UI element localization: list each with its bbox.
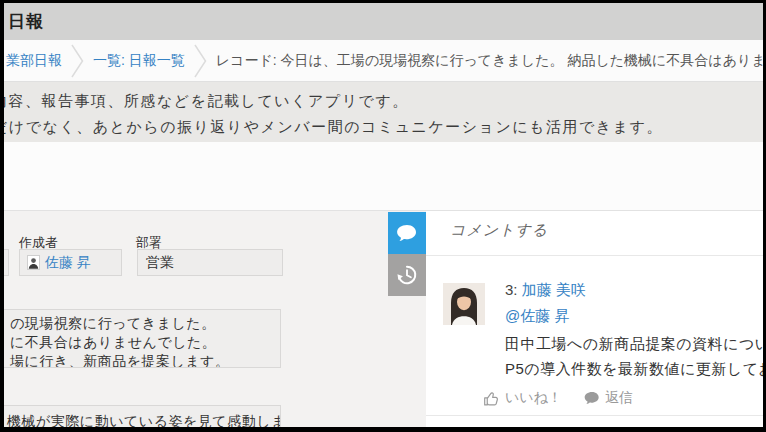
- breadcrumb-record-text: レコード: 今日は、工場の現場視察に行ってきました。 納品した機械に不具合はあり…: [216, 52, 763, 70]
- app-description-line1: 内容、報告事項、所感などを記載していくアプリです。: [4, 92, 409, 111]
- cutoff-field-box: [4, 249, 9, 276]
- user-silhouette-icon: [27, 255, 40, 270]
- report-line: の現場視察に行ってきました。: [4, 310, 280, 333]
- comment-author-link[interactable]: 加藤 美咲: [522, 281, 586, 298]
- app-title: 日報: [4, 10, 44, 33]
- reply-label: 返信: [605, 389, 633, 407]
- record-history-tab[interactable]: [388, 254, 426, 296]
- comment-mention-link[interactable]: @佐藤 昇: [505, 307, 569, 326]
- thumbs-up-icon: [483, 390, 500, 407]
- comment-body: 田中工場への新商品提案の資料について、 P5の導入件数を最新数値に更新しておいて…: [505, 331, 763, 381]
- history-clock-icon: [396, 264, 418, 286]
- app-description-line2: だけでなく、あとからの振り返りやメンバー間のコミュニケーションにも活用できます。: [4, 118, 663, 137]
- comment-author-avatar: [443, 283, 485, 325]
- like-label: いいね！: [505, 389, 562, 407]
- comment-divider: [426, 255, 763, 256]
- report-line: 場に行き、新商品を提案します。: [4, 352, 280, 368]
- comment-header: 3: 加藤 美咲: [505, 281, 586, 300]
- breadcrumb: 業部日報 一覧: 日報一覧 レコード: 今日は、工場の現場視察に行ってきました。…: [4, 40, 763, 82]
- reply-bubble-icon: [584, 391, 600, 405]
- creator-user-link[interactable]: 佐藤 昇: [45, 254, 91, 272]
- report-line: に不具合はありませんでした。: [4, 333, 280, 352]
- browser-viewport: 日報 業部日報 一覧: 日報一覧 レコード: 今日は、工場の現場視察に行ってきま…: [4, 3, 763, 427]
- creator-field-value: 佐藤 昇: [19, 249, 122, 276]
- chevron-right-icon: [71, 44, 84, 78]
- comment-panel: コメントする 3: 加藤 美咲 @佐藤 昇 田中工場への新商品提案の資料について…: [426, 211, 763, 427]
- speech-bubble-icon: [396, 224, 418, 242]
- like-button[interactable]: いいね！: [483, 389, 562, 407]
- comment-body-line: P5の導入件数を最新数値に更新しておいてください。: [505, 356, 763, 381]
- app-header: 日報: [4, 3, 763, 40]
- comment-divider: [426, 415, 763, 416]
- record-form: 作成者 佐藤 昇 部署 営業 の現場視察に行ってきました。 に不具合はありません…: [4, 211, 426, 427]
- impression-line: 機械が実際に動いている姿を見て感動しました。: [4, 406, 280, 427]
- comment-sidebar-tabs: [388, 212, 426, 296]
- breadcrumb-app-link[interactable]: 業部日報: [4, 52, 62, 70]
- comment-number: 3:: [505, 281, 518, 298]
- breadcrumb-view-link[interactable]: 一覧: 日報一覧: [93, 52, 185, 70]
- chevron-right-icon: [194, 44, 207, 78]
- comment-body-line: 田中工場への新商品提案の資料について、: [505, 331, 763, 356]
- department-value-text: 営業: [146, 254, 174, 272]
- screenshot-frame: 日報 業部日報 一覧: 日報一覧 レコード: 今日は、工場の現場視察に行ってきま…: [0, 0, 766, 432]
- reply-button[interactable]: 返信: [584, 389, 633, 407]
- impression-text-field: 機械が実際に動いている姿を見て感動しました。: [4, 405, 281, 427]
- comment-actions: いいね！ 返信: [483, 389, 633, 407]
- report-text-field: の現場視察に行ってきました。 に不具合はありませんでした。 場に行き、新商品を提…: [4, 309, 281, 368]
- department-field-value: 営業: [137, 249, 283, 276]
- app-description: 内容、報告事項、所感などを記載していくアプリです。 だけでなく、あとからの振り返…: [4, 82, 763, 142]
- comment-input-placeholder[interactable]: コメントする: [450, 221, 548, 240]
- comments-tab[interactable]: [388, 212, 426, 254]
